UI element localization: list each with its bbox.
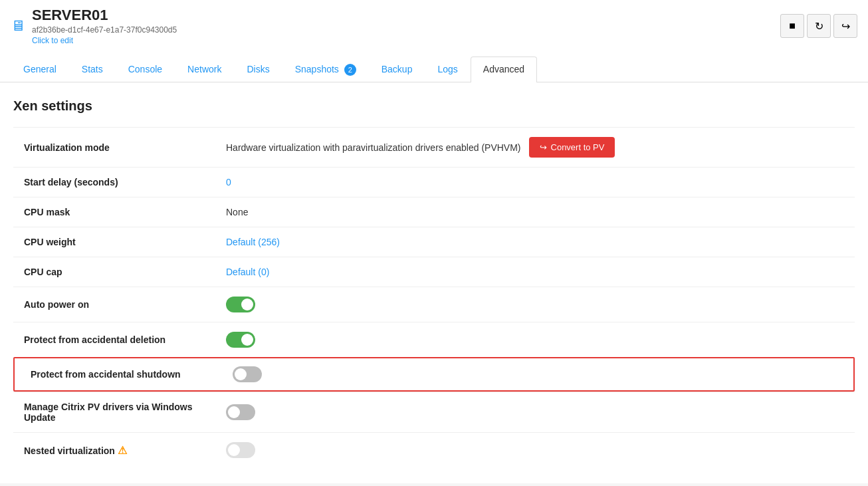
row-start-delay: Start delay (seconds) 0 [13, 167, 855, 197]
row-citrix-pv: Manage Citrix PV drivers via Windows Upd… [13, 392, 855, 432]
page-header: 🖥 SERVER01 af2b36be-d1cf-4e67-e1a7-37f0c… [0, 0, 868, 82]
value-virtualization-mode: Hardware virtualization with paravirtual… [226, 137, 855, 158]
snapshots-badge: 2 [344, 64, 356, 76]
main-content: Xen settings Virtualization mode Hardwar… [0, 82, 868, 483]
label-auto-power-on: Auto power on [13, 299, 226, 310]
section-title: Xen settings [13, 98, 855, 114]
server-icon: 🖥 [11, 17, 25, 35]
label-protect-deletion: Protect from accidental deletion [13, 334, 226, 345]
label-cpu-cap: CPU cap [13, 267, 226, 277]
tab-snapshots[interactable]: Snapshots 2 [282, 57, 369, 82]
row-cpu-cap: CPU cap Default (0) [13, 257, 855, 287]
value-protect-shutdown [233, 366, 848, 382]
row-cpu-mask: CPU mask None [13, 197, 855, 227]
convert-to-pv-button[interactable]: ↪ Convert to PV [529, 137, 615, 158]
toggle-auto-power-on[interactable] [226, 297, 255, 312]
server-name: SERVER01 [32, 7, 177, 24]
click-to-edit-link[interactable]: Click to edit [32, 36, 73, 45]
cpu-mask-text: None [226, 207, 248, 217]
tab-bar: General Stats Console Network Disks Snap… [11, 56, 857, 82]
header-actions: ■ ↻ ↪ [780, 14, 857, 38]
value-protect-deletion [226, 332, 855, 348]
server-title-group: 🖥 SERVER01 af2b36be-d1cf-4e67-e1a7-37f0c… [11, 7, 177, 45]
share-button[interactable]: ↪ [833, 14, 857, 38]
row-nested-virtualization: Nested virtualization ⚠ [13, 432, 855, 467]
label-virtualization-mode: Virtualization mode [13, 142, 226, 153]
tab-advanced[interactable]: Advanced [471, 57, 537, 82]
convert-icon: ↪ [540, 142, 547, 152]
convert-label: Convert to PV [551, 142, 605, 152]
value-cpu-weight: Default (256) [226, 237, 855, 247]
toggle-nested-virtualization[interactable] [226, 442, 255, 458]
row-protect-deletion: Protect from accidental deletion [13, 322, 855, 357]
server-uuid: af2b36be-d1cf-4e67-e1a7-37f0c94300d5 [32, 25, 177, 35]
tab-backup[interactable]: Backup [369, 57, 425, 82]
stop-button[interactable]: ■ [780, 14, 804, 38]
value-start-delay: 0 [226, 177, 855, 187]
start-delay-link[interactable]: 0 [226, 177, 231, 187]
label-citrix-pv: Manage Citrix PV drivers via Windows Upd… [13, 402, 226, 423]
virtualization-mode-text: Hardware virtualization with paravirtual… [226, 142, 521, 153]
tab-disks[interactable]: Disks [234, 57, 282, 82]
toggle-protect-deletion[interactable] [226, 332, 255, 348]
cpu-weight-link[interactable]: Default (256) [226, 237, 280, 247]
row-protect-shutdown: Protect from accidental shutdown [13, 357, 855, 392]
row-cpu-weight: CPU weight Default (256) [13, 227, 855, 257]
toggle-citrix-pv[interactable] [226, 404, 255, 420]
toggle-protect-shutdown[interactable] [233, 366, 262, 382]
value-cpu-mask: None [226, 207, 855, 217]
value-auto-power-on [226, 297, 855, 312]
row-virtualization-mode: Virtualization mode Hardware virtualizat… [13, 127, 855, 167]
label-cpu-weight: CPU weight [13, 237, 226, 247]
label-cpu-mask: CPU mask [13, 207, 226, 217]
value-nested-virtualization [226, 442, 855, 458]
value-citrix-pv [226, 404, 855, 420]
tab-logs[interactable]: Logs [425, 57, 470, 82]
label-start-delay: Start delay (seconds) [13, 177, 226, 187]
cpu-cap-link[interactable]: Default (0) [226, 267, 269, 277]
label-protect-shutdown: Protect from accidental shutdown [20, 369, 233, 380]
refresh-button[interactable]: ↻ [807, 14, 831, 38]
row-auto-power-on: Auto power on [13, 287, 855, 322]
tab-network[interactable]: Network [175, 57, 234, 82]
value-cpu-cap: Default (0) [226, 267, 855, 277]
label-nested-virtualization: Nested virtualization ⚠ [13, 444, 226, 457]
tab-general[interactable]: General [11, 57, 69, 82]
nested-virtualization-warning-icon: ⚠ [118, 445, 127, 456]
tab-stats[interactable]: Stats [69, 57, 116, 82]
tab-console[interactable]: Console [116, 57, 175, 82]
